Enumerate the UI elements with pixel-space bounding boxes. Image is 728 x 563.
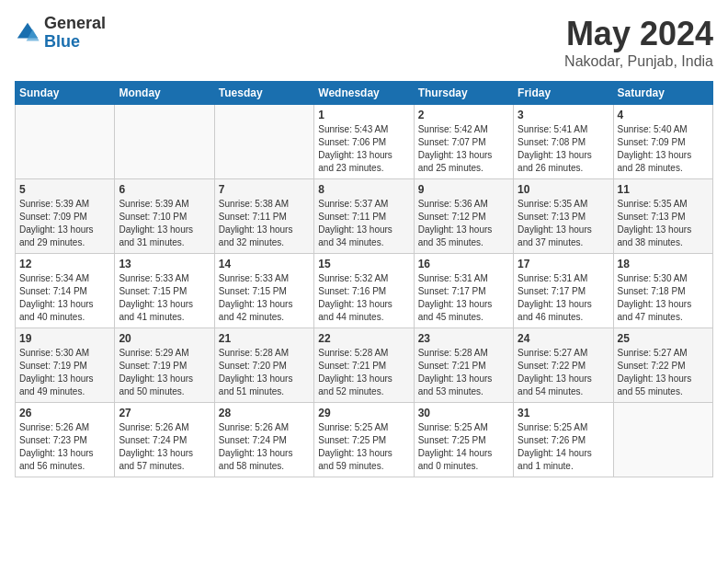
day-info: Sunrise: 5:40 AM Sunset: 7:09 PM Dayligh… xyxy=(618,123,709,175)
calendar-cell: 15Sunrise: 5:32 AM Sunset: 7:16 PM Dayli… xyxy=(314,254,414,328)
day-info: Sunrise: 5:33 AM Sunset: 7:15 PM Dayligh… xyxy=(119,272,210,324)
calendar-cell: 22Sunrise: 5:28 AM Sunset: 7:21 PM Dayli… xyxy=(314,328,414,403)
day-info: Sunrise: 5:42 AM Sunset: 7:07 PM Dayligh… xyxy=(418,123,509,175)
day-number: 2 xyxy=(418,109,509,121)
calendar-cell: 13Sunrise: 5:33 AM Sunset: 7:15 PM Dayli… xyxy=(115,254,214,328)
day-number: 27 xyxy=(119,407,210,419)
calendar-cell: 21Sunrise: 5:28 AM Sunset: 7:20 PM Dayli… xyxy=(214,328,313,403)
day-number: 16 xyxy=(418,258,509,270)
calendar-cell: 6Sunrise: 5:39 AM Sunset: 7:10 PM Daylig… xyxy=(115,179,214,254)
day-number: 18 xyxy=(618,258,709,270)
day-info: Sunrise: 5:31 AM Sunset: 7:17 PM Dayligh… xyxy=(418,272,509,324)
calendar-cell xyxy=(613,403,712,477)
day-info: Sunrise: 5:35 AM Sunset: 7:13 PM Dayligh… xyxy=(518,198,609,249)
day-number: 1 xyxy=(318,109,409,121)
calendar-cell: 14Sunrise: 5:33 AM Sunset: 7:15 PM Dayli… xyxy=(214,254,313,328)
day-number: 30 xyxy=(418,407,509,419)
calendar-cell: 29Sunrise: 5:25 AM Sunset: 7:25 PM Dayli… xyxy=(314,403,414,477)
day-number: 12 xyxy=(19,258,110,270)
day-info: Sunrise: 5:43 AM Sunset: 7:06 PM Dayligh… xyxy=(318,123,409,175)
calendar-cell: 10Sunrise: 5:35 AM Sunset: 7:13 PM Dayli… xyxy=(514,179,613,254)
day-header-sunday: Sunday xyxy=(16,82,115,105)
day-info: Sunrise: 5:41 AM Sunset: 7:08 PM Dayligh… xyxy=(518,123,609,175)
calendar-table: SundayMondayTuesdayWednesdayThursdayFrid… xyxy=(15,81,713,477)
day-info: Sunrise: 5:25 AM Sunset: 7:26 PM Dayligh… xyxy=(518,421,609,473)
logo-blue: Blue xyxy=(44,33,106,52)
calendar-cell: 7Sunrise: 5:38 AM Sunset: 7:11 PM Daylig… xyxy=(214,179,313,254)
day-number: 26 xyxy=(19,407,110,419)
calendar-cell: 5Sunrise: 5:39 AM Sunset: 7:09 PM Daylig… xyxy=(16,179,115,254)
day-number: 24 xyxy=(518,332,609,345)
day-info: Sunrise: 5:30 AM Sunset: 7:19 PM Dayligh… xyxy=(19,347,110,398)
day-info: Sunrise: 5:26 AM Sunset: 7:23 PM Dayligh… xyxy=(19,421,110,473)
day-info: Sunrise: 5:34 AM Sunset: 7:14 PM Dayligh… xyxy=(19,272,110,324)
day-number: 29 xyxy=(318,407,409,419)
day-number: 13 xyxy=(119,258,210,270)
day-number: 22 xyxy=(318,332,409,345)
page-header: General Blue May 2024 Nakodar, Punjab, I… xyxy=(15,15,713,70)
day-info: Sunrise: 5:33 AM Sunset: 7:15 PM Dayligh… xyxy=(219,272,310,324)
day-info: Sunrise: 5:25 AM Sunset: 7:25 PM Dayligh… xyxy=(318,421,409,473)
day-header-thursday: Thursday xyxy=(414,82,513,105)
calendar-cell: 24Sunrise: 5:27 AM Sunset: 7:22 PM Dayli… xyxy=(514,328,613,403)
month-title: May 2024 xyxy=(564,15,713,53)
calendar-week-5: 26Sunrise: 5:26 AM Sunset: 7:23 PM Dayli… xyxy=(16,403,713,477)
logo: General Blue xyxy=(15,15,106,52)
day-header-saturday: Saturday xyxy=(613,82,712,105)
day-info: Sunrise: 5:39 AM Sunset: 7:09 PM Dayligh… xyxy=(19,198,110,249)
day-number: 20 xyxy=(119,332,210,345)
day-number: 7 xyxy=(219,183,310,196)
day-info: Sunrise: 5:31 AM Sunset: 7:17 PM Dayligh… xyxy=(518,272,609,324)
day-info: Sunrise: 5:37 AM Sunset: 7:11 PM Dayligh… xyxy=(318,198,409,249)
day-info: Sunrise: 5:29 AM Sunset: 7:19 PM Dayligh… xyxy=(119,347,210,398)
day-number: 28 xyxy=(219,407,310,419)
calendar-cell: 16Sunrise: 5:31 AM Sunset: 7:17 PM Dayli… xyxy=(414,254,513,328)
day-info: Sunrise: 5:26 AM Sunset: 7:24 PM Dayligh… xyxy=(119,421,210,473)
day-number: 21 xyxy=(219,332,310,345)
day-header-tuesday: Tuesday xyxy=(214,82,313,105)
day-number: 31 xyxy=(518,407,609,419)
day-number: 14 xyxy=(219,258,310,270)
day-info: Sunrise: 5:27 AM Sunset: 7:22 PM Dayligh… xyxy=(518,347,609,398)
calendar-cell: 23Sunrise: 5:28 AM Sunset: 7:21 PM Dayli… xyxy=(414,328,513,403)
calendar-cell: 11Sunrise: 5:35 AM Sunset: 7:13 PM Dayli… xyxy=(613,179,712,254)
day-number: 8 xyxy=(318,183,409,196)
calendar-cell: 31Sunrise: 5:25 AM Sunset: 7:26 PM Dayli… xyxy=(514,403,613,477)
logo-text: General Blue xyxy=(44,15,106,52)
day-number: 23 xyxy=(418,332,509,345)
calendar-cell: 2Sunrise: 5:42 AM Sunset: 7:07 PM Daylig… xyxy=(414,105,513,179)
day-number: 4 xyxy=(618,109,709,121)
day-number: 17 xyxy=(518,258,609,270)
calendar-cell: 3Sunrise: 5:41 AM Sunset: 7:08 PM Daylig… xyxy=(514,105,613,179)
calendar-week-2: 5Sunrise: 5:39 AM Sunset: 7:09 PM Daylig… xyxy=(16,179,713,254)
day-info: Sunrise: 5:36 AM Sunset: 7:12 PM Dayligh… xyxy=(418,198,509,249)
day-info: Sunrise: 5:28 AM Sunset: 7:21 PM Dayligh… xyxy=(318,347,409,398)
calendar-cell: 1Sunrise: 5:43 AM Sunset: 7:06 PM Daylig… xyxy=(314,105,414,179)
calendar-cell: 9Sunrise: 5:36 AM Sunset: 7:12 PM Daylig… xyxy=(414,179,513,254)
day-info: Sunrise: 5:32 AM Sunset: 7:16 PM Dayligh… xyxy=(318,272,409,324)
day-header-wednesday: Wednesday xyxy=(314,82,414,105)
calendar-cell: 26Sunrise: 5:26 AM Sunset: 7:23 PM Dayli… xyxy=(16,403,115,477)
day-number: 19 xyxy=(19,332,110,345)
calendar-cell xyxy=(16,105,115,179)
calendar-cell: 28Sunrise: 5:26 AM Sunset: 7:24 PM Dayli… xyxy=(214,403,313,477)
day-number: 11 xyxy=(618,183,709,196)
title-block: May 2024 Nakodar, Punjab, India xyxy=(564,15,713,70)
calendar-week-4: 19Sunrise: 5:30 AM Sunset: 7:19 PM Dayli… xyxy=(16,328,713,403)
calendar-cell: 25Sunrise: 5:27 AM Sunset: 7:22 PM Dayli… xyxy=(613,328,712,403)
day-number: 15 xyxy=(318,258,409,270)
day-header-friday: Friday xyxy=(514,82,613,105)
calendar-cell: 12Sunrise: 5:34 AM Sunset: 7:14 PM Dayli… xyxy=(16,254,115,328)
logo-icon xyxy=(15,20,40,46)
calendar-cell: 18Sunrise: 5:30 AM Sunset: 7:18 PM Dayli… xyxy=(613,254,712,328)
calendar-header-row: SundayMondayTuesdayWednesdayThursdayFrid… xyxy=(16,82,713,105)
calendar-cell: 19Sunrise: 5:30 AM Sunset: 7:19 PM Dayli… xyxy=(16,328,115,403)
day-info: Sunrise: 5:25 AM Sunset: 7:25 PM Dayligh… xyxy=(418,421,509,473)
calendar-cell: 4Sunrise: 5:40 AM Sunset: 7:09 PM Daylig… xyxy=(613,105,712,179)
calendar-week-3: 12Sunrise: 5:34 AM Sunset: 7:14 PM Dayli… xyxy=(16,254,713,328)
day-info: Sunrise: 5:28 AM Sunset: 7:21 PM Dayligh… xyxy=(418,347,509,398)
day-info: Sunrise: 5:28 AM Sunset: 7:20 PM Dayligh… xyxy=(219,347,310,398)
day-number: 10 xyxy=(518,183,609,196)
day-number: 6 xyxy=(119,183,210,196)
day-number: 25 xyxy=(618,332,709,345)
